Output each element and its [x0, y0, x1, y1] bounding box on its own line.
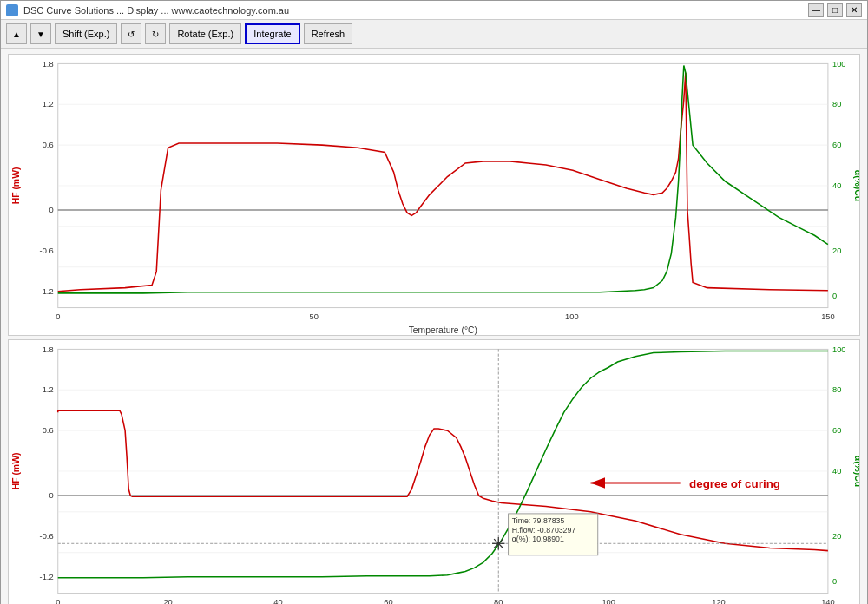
svg-text:0.6: 0.6 [43, 141, 54, 149]
svg-text:Temperature (°C): Temperature (°C) [409, 325, 477, 335]
svg-text:60: 60 [832, 426, 841, 435]
arrow-down-button[interactable]: ▼ [30, 23, 51, 44]
chart2-container: 1.8 1.2 0.6 0 -0.6 -1.2 100 80 60 40 20 … [8, 339, 860, 604]
svg-text:0.6: 0.6 [43, 426, 54, 435]
svg-text:H.flow: -0.8703297: H.flow: -0.8703297 [512, 526, 576, 535]
svg-text:0: 0 [832, 577, 837, 586]
chart2-svg: 1.8 1.2 0.6 0 -0.6 -1.2 100 80 60 40 20 … [9, 340, 859, 604]
svg-text:40: 40 [832, 181, 841, 190]
svg-text:20: 20 [832, 532, 841, 541]
svg-text:0: 0 [56, 598, 60, 604]
svg-text:20: 20 [163, 598, 172, 604]
svg-text:1.2: 1.2 [43, 385, 54, 394]
refresh-button[interactable]: Refresh [304, 23, 353, 44]
svg-text:α(%): 10.98901: α(%): 10.98901 [512, 535, 564, 543]
svg-text:Time: 79.87835: Time: 79.87835 [512, 516, 565, 525]
svg-text:150: 150 [821, 312, 834, 321]
svg-text:120: 120 [712, 598, 725, 604]
svg-text:α(%)Cu: α(%)Cu [853, 456, 859, 487]
charts-area: 1.8 1.2 0.6 0 -0.6 -1.2 100 80 60 40 20 … [1, 49, 867, 604]
svg-text:100: 100 [832, 345, 845, 353]
svg-text:1.8: 1.8 [43, 345, 54, 353]
svg-text:-1.2: -1.2 [40, 287, 54, 296]
svg-text:60: 60 [384, 598, 392, 604]
title-bar: DSC Curve Solutions ... Display ... www.… [1, 1, 867, 20]
arrow-up-button[interactable]: ▲ [6, 23, 27, 44]
svg-text:-0.6: -0.6 [40, 532, 54, 541]
svg-text:-1.2: -1.2 [40, 573, 54, 581]
svg-text:100: 100 [565, 312, 578, 321]
redo-button[interactable]: ↻ [145, 23, 166, 44]
maximize-button[interactable]: □ [827, 3, 843, 17]
title-bar-controls[interactable]: — □ ✕ [808, 3, 862, 17]
svg-text:80: 80 [494, 598, 503, 604]
svg-text:80: 80 [832, 100, 841, 108]
svg-text:140: 140 [821, 598, 834, 604]
svg-text:100: 100 [602, 598, 615, 604]
undo-button[interactable]: ↺ [121, 23, 141, 44]
window-title: DSC Curve Solutions ... Display ... www.… [23, 5, 289, 16]
rotate-exp-button[interactable]: Rotate (Exp.) [169, 23, 241, 44]
svg-text:HF (mW): HF (mW) [11, 452, 21, 489]
shift-exp-button[interactable]: Shift (Exp.) [55, 23, 117, 44]
main-window: DSC Curve Solutions ... Display ... www.… [0, 0, 868, 604]
integrate-button[interactable]: Integrate [245, 23, 299, 44]
svg-text:α(%)Cu: α(%)Cu [853, 170, 859, 201]
toolbar: ▲ ▼ Shift (Exp.) ↺ ↻ Rotate (Exp.) Integ… [1, 20, 867, 49]
svg-text:100: 100 [832, 59, 845, 68]
svg-text:0: 0 [832, 292, 837, 300]
svg-text:1.8: 1.8 [43, 59, 54, 68]
app-icon [6, 4, 18, 16]
close-button[interactable]: ✕ [846, 3, 862, 17]
svg-text:60: 60 [832, 141, 841, 149]
svg-text:1.2: 1.2 [43, 100, 54, 108]
svg-text:20: 20 [832, 246, 841, 255]
svg-text:50: 50 [310, 312, 319, 321]
svg-text:0: 0 [49, 491, 53, 500]
svg-text:40: 40 [273, 598, 282, 604]
title-bar-left: DSC Curve Solutions ... Display ... www.… [6, 4, 289, 16]
svg-text:80: 80 [832, 385, 841, 394]
chart1-container: 1.8 1.2 0.6 0 -0.6 -1.2 100 80 60 40 20 … [8, 54, 860, 336]
svg-text:0: 0 [49, 206, 53, 214]
chart1-svg: 1.8 1.2 0.6 0 -0.6 -1.2 100 80 60 40 20 … [9, 55, 859, 335]
svg-text:-0.6: -0.6 [40, 246, 54, 255]
svg-text:40: 40 [832, 467, 841, 476]
minimize-button[interactable]: — [808, 3, 824, 17]
svg-text:degree of curing: degree of curing [689, 476, 780, 489]
svg-text:HF (mW): HF (mW) [11, 167, 21, 205]
svg-text:0: 0 [56, 312, 60, 321]
